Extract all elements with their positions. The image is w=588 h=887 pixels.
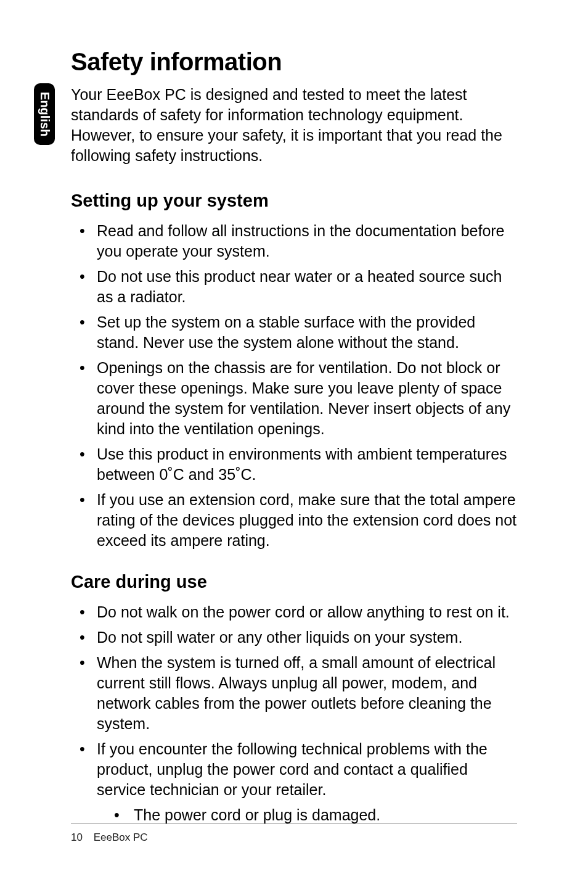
- list-item: Do not walk on the power cord or allow a…: [71, 602, 517, 622]
- section-heading-setup: Setting up your system: [71, 191, 517, 211]
- list-item: Read and follow all instructions in the …: [71, 221, 517, 262]
- list-item: Openings on the chassis are for ventilat…: [71, 358, 517, 439]
- product-name: EeeBox PC: [94, 831, 148, 843]
- list-item: Use this product in environments with am…: [71, 444, 517, 485]
- list-item: Do not spill water or any other liquids …: [71, 627, 517, 648]
- language-tab: English: [34, 83, 55, 145]
- intro-paragraph: Your EeeBox PC is designed and tested to…: [71, 85, 517, 166]
- list-item: Set up the system on a stable surface wi…: [71, 312, 517, 353]
- list-item: When the system is turned off, a small a…: [71, 653, 517, 734]
- page-title: Safety information: [71, 48, 517, 76]
- care-list: Do not walk on the power cord or allow a…: [71, 602, 517, 825]
- sub-list-item: The power cord or plug is damaged.: [97, 805, 517, 825]
- footer-text: 10 EeeBox PC: [71, 831, 517, 844]
- page: English Safety information Your EeeBox P…: [0, 0, 588, 887]
- page-footer: 10 EeeBox PC: [71, 823, 517, 844]
- section-heading-care: Care during use: [71, 572, 517, 592]
- sub-list: The power cord or plug is damaged.: [97, 805, 517, 825]
- content-area: Safety information Your EeeBox PC is des…: [71, 48, 517, 825]
- language-tab-label: English: [38, 92, 52, 136]
- list-item: If you encounter the following technical…: [71, 739, 517, 825]
- list-item: Do not use this product near water or a …: [71, 266, 517, 307]
- footer-divider: [71, 823, 517, 824]
- list-item-text: If you encounter the following technical…: [97, 740, 488, 798]
- list-item: If you use an extension cord, make sure …: [71, 490, 517, 551]
- page-number: 10: [71, 831, 91, 844]
- setup-list: Read and follow all instructions in the …: [71, 221, 517, 551]
